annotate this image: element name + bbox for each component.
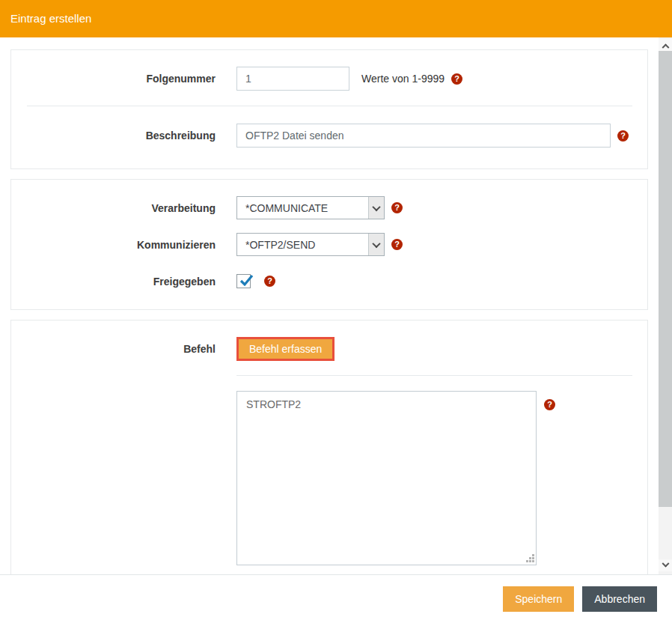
kommunizieren-help-icon[interactable]: ?	[391, 239, 403, 250]
beschreibung-input[interactable]	[236, 124, 611, 148]
chevron-down-icon	[372, 202, 380, 210]
row-verarbeitung: Verarbeitung *COMMUNICATE ?	[11, 196, 647, 219]
panel-processing: Verarbeitung *COMMUNICATE ? Kommuniziere…	[10, 179, 648, 310]
dialog-title: Eintrag erstellen	[0, 0, 672, 37]
folgenummer-label: Folgenummer	[11, 73, 236, 85]
chevron-down-icon	[372, 239, 380, 247]
kommunizieren-label: Kommunizieren	[11, 239, 236, 251]
divider	[236, 375, 632, 376]
freigegeben-checkbox[interactable]	[236, 274, 251, 288]
chevron-down-icon	[662, 559, 669, 567]
verarbeitung-selected-value: *COMMUNICATE	[245, 202, 328, 214]
form-content: Folgenummer Werte von 1-9999 ? Beschreib…	[0, 37, 659, 575]
freigegeben-help-icon[interactable]: ?	[264, 276, 275, 287]
freigegeben-label: Freigegeben	[11, 276, 236, 288]
dialog-body: Folgenummer Werte von 1-9999 ? Beschreib…	[0, 37, 672, 575]
dialog-footer: Speichern Abbrechen	[0, 575, 672, 623]
verarbeitung-select[interactable]: *COMMUNICATE	[236, 196, 385, 219]
folgenummer-input[interactable]	[236, 67, 349, 91]
verarbeitung-help-icon[interactable]: ?	[391, 202, 403, 213]
row-command-text: STROFTP2 ?	[11, 391, 647, 565]
panel-command: Befehl Befehl erfassen STROFTP2 ?	[10, 320, 648, 575]
beschreibung-label: Beschreibung	[11, 130, 236, 142]
vertical-scrollbar[interactable]	[659, 37, 672, 574]
chevron-up-icon	[662, 43, 669, 51]
row-freigegeben: Freigegeben ?	[11, 274, 647, 288]
folgenummer-help-icon[interactable]: ?	[451, 73, 462, 85]
scrollbar-thumb[interactable]	[659, 51, 672, 507]
scroll-up-button[interactable]	[659, 39, 672, 51]
beschreibung-help-icon[interactable]: ?	[617, 130, 629, 142]
folgenummer-hint: Werte von 1-9999	[361, 73, 445, 85]
cancel-button[interactable]: Abbrechen	[582, 586, 657, 612]
kommunizieren-dropdown-button[interactable]	[368, 234, 384, 255]
verarbeitung-dropdown-button[interactable]	[368, 197, 384, 219]
command-textarea[interactable]: STROFTP2	[236, 391, 537, 565]
befehl-label: Befehl	[11, 343, 236, 355]
row-kommunizieren: Kommunizieren *OFTP2/SEND ?	[11, 233, 647, 256]
command-help-icon[interactable]: ?	[544, 399, 555, 410]
freigegeben-checkmark	[238, 273, 254, 289]
command-textarea-wrap: STROFTP2	[236, 391, 537, 565]
row-beschreibung: Beschreibung ?	[11, 124, 647, 148]
panel-identification: Folgenummer Werte von 1-9999 ? Beschreib…	[10, 49, 648, 169]
kommunizieren-selected-value: *OFTP2/SEND	[245, 239, 315, 251]
befehl-erfassen-button[interactable]: Befehl erfassen	[236, 337, 335, 361]
verarbeitung-label: Verarbeitung	[11, 202, 236, 214]
scroll-down-button[interactable]	[659, 559, 672, 571]
save-button[interactable]: Speichern	[503, 586, 574, 612]
row-befehl: Befehl Befehl erfassen	[11, 337, 647, 361]
resize-grip-icon[interactable]	[526, 554, 534, 562]
divider	[27, 106, 632, 106]
row-folgenummer: Folgenummer Werte von 1-9999 ?	[11, 67, 647, 91]
kommunizieren-select[interactable]: *OFTP2/SEND	[236, 233, 385, 256]
